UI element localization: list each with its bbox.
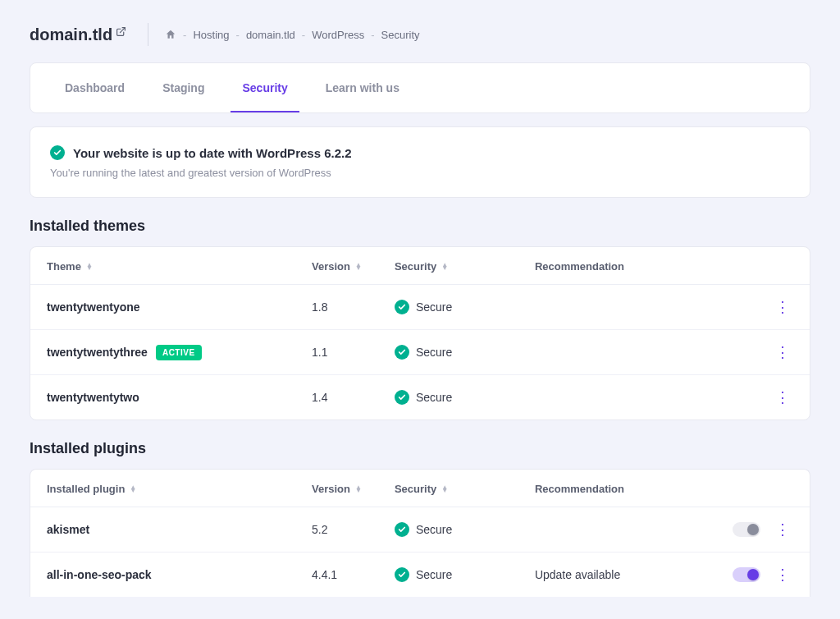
column-label: Security: [395, 260, 436, 273]
security-label: Secure: [416, 568, 452, 581]
plugins-table-card: Installed plugin▲▼ Version▲▼ Security▲▼ …: [30, 469, 810, 597]
domain-title[interactable]: domain.tld: [30, 25, 126, 44]
check-circle-icon: [395, 390, 409, 405]
check-circle-icon: [395, 567, 409, 582]
check-circle-icon: [50, 145, 65, 160]
installed-themes-heading: Installed themes: [30, 218, 810, 235]
column-label: Installed plugin: [47, 483, 125, 495]
row-menu-button[interactable]: ⋮: [772, 520, 793, 539]
themes-table: Theme▲▼ Version▲▼ Security▲▼ Recommendat…: [30, 247, 810, 420]
breadcrumb-item[interactable]: Hosting: [193, 29, 229, 41]
breadcrumb-item[interactable]: Security: [381, 29, 420, 41]
theme-version: 1.8: [312, 300, 327, 314]
tab-bar: Dashboard Staging Security Learn with us: [30, 62, 810, 113]
row-menu-button[interactable]: ⋮: [772, 298, 793, 316]
table-row: twentytwentyone 1.8 Secure ⋮: [30, 285, 810, 330]
check-circle-icon: [395, 522, 409, 537]
check-circle-icon: [395, 300, 409, 314]
security-label: Secure: [416, 391, 452, 404]
breadcrumb-item[interactable]: WordPress: [312, 29, 364, 41]
plugin-version: 5.2: [312, 523, 327, 536]
themes-col-version[interactable]: Version▲▼: [295, 247, 378, 285]
row-menu-button[interactable]: ⋮: [772, 343, 793, 361]
column-label: Version: [312, 483, 350, 495]
check-circle-icon: [395, 345, 409, 360]
sort-icon: ▲▼: [86, 264, 93, 270]
banner-title: Your website is up to date with WordPres…: [73, 146, 352, 160]
tab-dashboard[interactable]: Dashboard: [53, 63, 136, 112]
theme-name: twentytwentythree: [47, 346, 148, 359]
sort-icon: ▲▼: [355, 264, 362, 270]
tab-security[interactable]: Security: [231, 63, 299, 112]
plugin-toggle[interactable]: [733, 567, 760, 582]
sort-icon: ▲▼: [130, 486, 136, 493]
plugins-col-version[interactable]: Version▲▼: [295, 470, 378, 507]
column-label: Version: [312, 260, 350, 273]
home-icon[interactable]: [165, 29, 176, 40]
plugins-col-security[interactable]: Security▲▼: [378, 470, 518, 507]
row-menu-button[interactable]: ⋮: [772, 566, 793, 584]
plugins-col-name[interactable]: Installed plugin▲▼: [30, 470, 295, 507]
theme-name: twentytwentyone: [47, 300, 140, 314]
security-label: Secure: [416, 300, 452, 314]
active-badge: ACTIVE: [156, 345, 202, 360]
row-menu-button[interactable]: ⋮: [772, 388, 793, 406]
breadcrumb-item[interactable]: domain.tld: [246, 29, 295, 41]
table-row: akismet 5.2 Secure ⋮: [30, 507, 810, 553]
theme-name: twentytwentytwo: [47, 391, 139, 404]
sort-icon: ▲▼: [441, 486, 448, 493]
plugin-name: all-in-one-seo-pack: [47, 568, 152, 581]
page-header: domain.tld - Hosting - domain.tld - Word…: [30, 23, 810, 46]
column-label: Theme: [47, 260, 81, 273]
column-label: Recommendation: [535, 260, 624, 273]
themes-table-card: Theme▲▼ Version▲▼ Security▲▼ Recommendat…: [30, 246, 810, 420]
theme-version: 1.4: [312, 391, 327, 404]
installed-plugins-heading: Installed plugins: [30, 440, 810, 457]
themes-col-security[interactable]: Security▲▼: [378, 247, 518, 285]
table-row: all-in-one-seo-pack 4.4.1 Secure Update …: [30, 553, 810, 598]
security-label: Secure: [416, 346, 452, 359]
column-label: Security: [395, 483, 436, 495]
theme-version: 1.1: [312, 346, 327, 359]
column-label: Recommendation: [535, 483, 624, 495]
breadcrumb-separator: -: [302, 29, 305, 41]
external-link-icon: [116, 26, 126, 37]
sort-icon: ▲▼: [441, 264, 448, 270]
banner-subtitle: You're running the latest and greatest v…: [50, 167, 790, 179]
plugins-col-recommendation: Recommendation: [518, 470, 716, 507]
table-row: twentytwentytwo 1.4 Secure ⋮: [30, 375, 810, 420]
header-divider: [148, 23, 148, 46]
table-row: twentytwentythreeACTIVE 1.1 Secure ⋮: [30, 330, 810, 375]
security-label: Secure: [416, 523, 452, 536]
plugin-toggle[interactable]: [733, 522, 760, 537]
themes-col-recommendation: Recommendation: [518, 247, 736, 285]
svg-line-0: [121, 27, 126, 32]
plugin-version: 4.4.1: [312, 568, 337, 581]
plugin-recommendation: Update available: [535, 568, 620, 581]
breadcrumb-separator: -: [371, 29, 374, 41]
themes-col-name[interactable]: Theme▲▼: [30, 247, 295, 285]
sort-icon: ▲▼: [355, 486, 362, 493]
domain-name: domain.tld: [30, 25, 112, 44]
status-banner: Your website is up to date with WordPres…: [30, 126, 810, 198]
breadcrumb-separator: -: [183, 29, 186, 41]
breadcrumb: - Hosting - domain.tld - WordPress - Sec…: [165, 29, 419, 41]
plugin-name: akismet: [47, 523, 89, 536]
tab-staging[interactable]: Staging: [151, 63, 216, 112]
plugins-table: Installed plugin▲▼ Version▲▼ Security▲▼ …: [30, 470, 810, 597]
tab-learn-with-us[interactable]: Learn with us: [314, 63, 411, 112]
breadcrumb-separator: -: [236, 29, 240, 41]
